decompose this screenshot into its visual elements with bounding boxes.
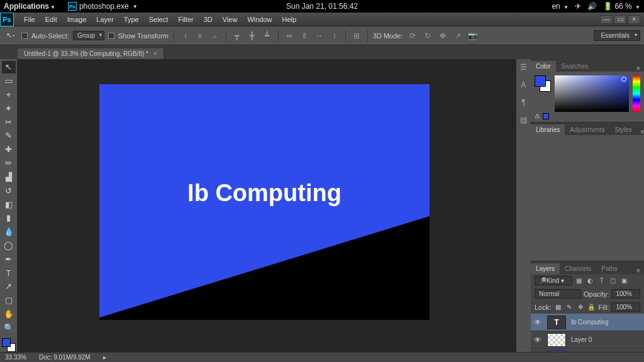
workspace-dropdown[interactable]: Essentials bbox=[594, 30, 640, 41]
3d-slide-icon[interactable]: ↗ bbox=[452, 30, 464, 41]
filter-shape-icon[interactable]: ▢ bbox=[609, 277, 618, 285]
visibility-icon[interactable]: 👁 bbox=[531, 336, 545, 344]
panel-menu-icon[interactable]: ≡ bbox=[633, 267, 644, 274]
menu-image[interactable]: Image bbox=[62, 13, 92, 26]
expand-icon[interactable]: ▸ bbox=[103, 354, 106, 361]
filter-pixel-icon[interactable]: ▦ bbox=[575, 277, 584, 285]
menu-select[interactable]: Select bbox=[144, 13, 174, 26]
magic-wand-tool[interactable]: ✶ bbox=[2, 102, 16, 114]
layers-tab[interactable]: Layers bbox=[531, 263, 560, 274]
layer-row[interactable]: 👁 Layer 0 bbox=[531, 331, 644, 349]
color-swatch[interactable] bbox=[2, 338, 16, 352]
align-right-icon[interactable]: ⫠ bbox=[209, 30, 221, 41]
styles-panel-icon[interactable]: ▤ bbox=[518, 114, 530, 126]
battery-indicator[interactable]: 🔋 66 % ▼ bbox=[603, 2, 640, 11]
document-canvas[interactable]: Ib Computing bbox=[99, 84, 430, 320]
swatches-tab[interactable]: Swatches bbox=[556, 61, 593, 72]
zoom-level[interactable]: 33.33% bbox=[5, 354, 26, 361]
document-info[interactable]: Doc: 9.01M/9.92M bbox=[39, 354, 91, 361]
character-panel-icon[interactable]: A bbox=[518, 79, 530, 90]
align-center-v-icon[interactable]: ╋ bbox=[247, 30, 258, 41]
filter-adjust-icon[interactable]: ◐ bbox=[586, 277, 595, 285]
dodge-tool[interactable]: ◯ bbox=[2, 239, 16, 252]
menu-3d[interactable]: 3D bbox=[199, 13, 218, 26]
window-close-button[interactable]: × bbox=[628, 15, 640, 24]
marquee-tool[interactable]: ▭ bbox=[2, 75, 16, 87]
lasso-tool[interactable]: ⌖ bbox=[2, 89, 16, 101]
history-panel-icon[interactable]: ☰ bbox=[518, 62, 530, 73]
channels-tab[interactable]: Channels bbox=[560, 263, 596, 274]
type-tool[interactable]: T bbox=[2, 266, 16, 279]
menu-window[interactable]: Window bbox=[242, 13, 277, 26]
healing-tool[interactable]: ✚ bbox=[2, 143, 16, 156]
distribute-space-v-icon[interactable]: ↕ bbox=[329, 30, 340, 41]
eraser-tool[interactable]: ◧ bbox=[2, 198, 16, 211]
3d-roll-icon[interactable]: ↻ bbox=[422, 30, 433, 41]
3d-camera-icon[interactable]: 📷 bbox=[467, 30, 479, 41]
opacity-input[interactable]: 100% bbox=[611, 289, 640, 299]
blend-mode-dropdown[interactable]: Normal bbox=[535, 289, 581, 299]
window-maximize-button[interactable]: ▭ bbox=[614, 15, 626, 24]
menu-file[interactable]: File bbox=[19, 13, 40, 26]
lock-pixels-icon[interactable]: ✎ bbox=[565, 303, 574, 312]
auto-select-dropdown[interactable]: Group bbox=[73, 31, 104, 40]
color-field[interactable] bbox=[555, 75, 629, 112]
clone-tool[interactable]: ▟ bbox=[2, 171, 16, 184]
menu-layer[interactable]: Layer bbox=[91, 13, 119, 26]
history-brush-tool[interactable]: ↺ bbox=[2, 184, 16, 197]
close-tab-icon[interactable]: × bbox=[153, 50, 157, 57]
paths-tab[interactable]: Paths bbox=[596, 263, 623, 274]
eyedropper-tool[interactable]: ✎ bbox=[2, 129, 16, 142]
filter-smart-icon[interactable]: ▣ bbox=[620, 277, 629, 285]
brush-tool[interactable]: ✏ bbox=[2, 157, 16, 170]
blur-tool[interactable]: 💧 bbox=[2, 226, 16, 238]
menu-help[interactable]: Help bbox=[277, 13, 302, 26]
panel-menu-icon[interactable]: ≡ bbox=[633, 65, 644, 72]
crop-tool[interactable]: ✂ bbox=[2, 116, 16, 128]
lock-position-icon[interactable]: ✥ bbox=[576, 303, 585, 312]
align-left-icon[interactable]: ⫞ bbox=[179, 30, 191, 41]
align-top-icon[interactable]: ┳ bbox=[231, 30, 243, 41]
path-tool[interactable]: ↗ bbox=[2, 280, 16, 293]
hand-tool[interactable]: ✋ bbox=[2, 308, 16, 321]
canvas-area[interactable]: Ib Computing bbox=[18, 59, 516, 352]
document-tab[interactable]: Untitled-1 @ 33.3% (Ib Computing, RGB/8)… bbox=[18, 48, 164, 59]
align-center-h-icon[interactable]: ≡ bbox=[194, 30, 206, 41]
pen-tool[interactable]: ✒ bbox=[2, 253, 16, 265]
lock-transparency-icon[interactable]: ▦ bbox=[553, 303, 562, 312]
toggle-overlay-icon[interactable]: ⊞ bbox=[351, 30, 362, 41]
3d-orbit-icon[interactable]: ⟳ bbox=[407, 30, 418, 41]
zoom-tool[interactable]: 🔍 bbox=[2, 321, 16, 334]
styles-tab[interactable]: Styles bbox=[609, 124, 636, 135]
3d-pan-icon[interactable]: ✥ bbox=[437, 30, 448, 41]
gradient-tool[interactable]: ▮ bbox=[2, 212, 16, 224]
paragraph-panel-icon[interactable]: ¶ bbox=[518, 97, 530, 108]
distribute-v-icon[interactable]: ⇕ bbox=[299, 30, 310, 41]
distribute-space-h-icon[interactable]: ↔ bbox=[314, 30, 325, 41]
window-minimize-button[interactable]: — bbox=[600, 15, 613, 24]
filter-type-icon[interactable]: T bbox=[597, 277, 606, 285]
airplane-icon[interactable]: ✈ bbox=[575, 2, 581, 11]
applications-menu[interactable]: Applications▼ bbox=[4, 2, 55, 11]
layer-filter-kind[interactable]: 🔎Kind ▾ bbox=[535, 276, 572, 285]
distribute-h-icon[interactable]: ⇔ bbox=[284, 30, 295, 41]
layer-row[interactable]: 👁 T Ib Computing bbox=[531, 314, 644, 331]
language-indicator[interactable]: en ▼ bbox=[552, 2, 569, 11]
move-tool[interactable]: ↖ bbox=[2, 61, 16, 74]
visibility-icon[interactable]: 👁 bbox=[531, 318, 545, 327]
lock-all-icon[interactable]: 🔒 bbox=[587, 303, 596, 312]
menu-view[interactable]: View bbox=[218, 13, 243, 26]
align-bottom-icon[interactable]: ┻ bbox=[262, 30, 273, 41]
libraries-tab[interactable]: Libraries bbox=[531, 124, 565, 135]
adjustments-tab[interactable]: Adjustments bbox=[565, 124, 609, 135]
color-tab[interactable]: Color bbox=[531, 61, 556, 72]
fill-input[interactable]: 100% bbox=[611, 302, 640, 312]
panel-menu-icon[interactable]: ≡ bbox=[637, 128, 644, 135]
auto-select-checkbox[interactable] bbox=[21, 33, 28, 39]
menu-filter[interactable]: Filter bbox=[173, 13, 198, 26]
hue-slider[interactable] bbox=[633, 75, 640, 112]
show-transform-checkbox[interactable] bbox=[108, 33, 114, 39]
menu-type[interactable]: Type bbox=[119, 13, 144, 26]
menu-edit[interactable]: Edit bbox=[40, 13, 62, 26]
foreground-color[interactable] bbox=[2, 338, 11, 347]
